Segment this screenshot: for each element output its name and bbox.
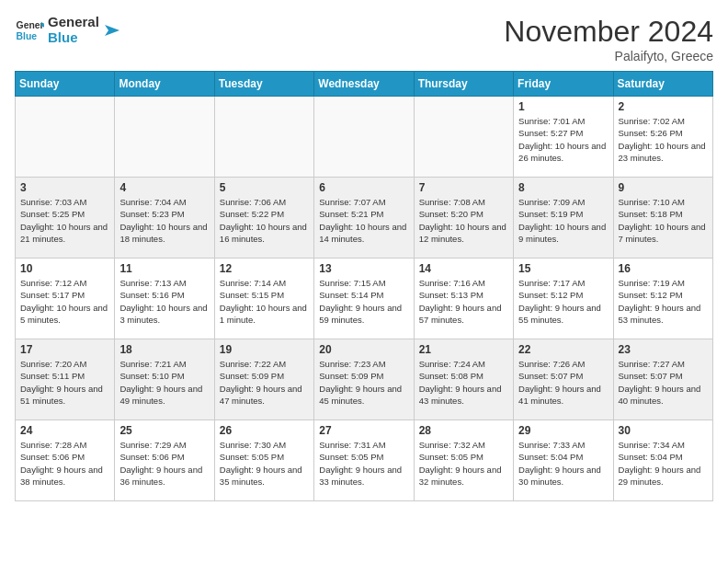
calendar-day-cell: 12Sunrise: 7:14 AM Sunset: 5:15 PM Dayli… — [214, 259, 313, 339]
day-number: 14 — [419, 262, 508, 275]
svg-marker-3 — [105, 25, 119, 36]
calendar-day-cell: 4Sunrise: 7:04 AM Sunset: 5:23 PM Daylig… — [115, 178, 214, 259]
calendar-day-cell: 21Sunrise: 7:24 AM Sunset: 5:08 PM Dayli… — [414, 339, 513, 420]
logo-arrow-icon — [103, 21, 121, 40]
title-block: November 2024 Palaifyto, Greece — [504, 15, 713, 63]
day-number: 27 — [319, 424, 408, 437]
day-number: 5 — [220, 181, 309, 194]
calendar-week-row: 1Sunrise: 7:01 AM Sunset: 5:27 PM Daylig… — [16, 97, 713, 178]
calendar-day-cell: 14Sunrise: 7:16 AM Sunset: 5:13 PM Dayli… — [414, 259, 513, 339]
calendar-day-cell: 20Sunrise: 7:23 AM Sunset: 5:09 PM Dayli… — [314, 339, 414, 420]
calendar-day-cell: 30Sunrise: 7:34 AM Sunset: 5:04 PM Dayli… — [613, 420, 712, 501]
day-info: Sunrise: 7:15 AM Sunset: 5:14 PM Dayligh… — [319, 277, 408, 326]
calendar-day-cell: 3Sunrise: 7:03 AM Sunset: 5:25 PM Daylig… — [16, 178, 115, 259]
calendar-day-cell: 5Sunrise: 7:06 AM Sunset: 5:22 PM Daylig… — [214, 178, 313, 259]
day-info: Sunrise: 7:27 AM Sunset: 5:07 PM Dayligh… — [619, 358, 708, 407]
calendar-day-cell: 17Sunrise: 7:20 AM Sunset: 5:11 PM Dayli… — [16, 339, 115, 420]
day-number: 6 — [319, 181, 408, 194]
day-number: 23 — [619, 343, 708, 356]
calendar-day-cell: 7Sunrise: 7:08 AM Sunset: 5:20 PM Daylig… — [414, 178, 513, 259]
day-number: 28 — [419, 424, 508, 437]
day-number: 10 — [20, 262, 109, 275]
day-number: 12 — [220, 262, 309, 275]
day-info: Sunrise: 7:17 AM Sunset: 5:12 PM Dayligh… — [518, 277, 608, 326]
day-info: Sunrise: 7:31 AM Sunset: 5:05 PM Dayligh… — [319, 439, 408, 488]
day-info: Sunrise: 7:07 AM Sunset: 5:21 PM Dayligh… — [319, 196, 408, 245]
logo-icon: General Blue — [15, 16, 44, 45]
day-info: Sunrise: 7:12 AM Sunset: 5:17 PM Dayligh… — [20, 277, 109, 326]
day-info: Sunrise: 7:22 AM Sunset: 5:09 PM Dayligh… — [220, 358, 309, 407]
calendar-day-cell — [16, 97, 115, 178]
calendar-day-cell: 10Sunrise: 7:12 AM Sunset: 5:17 PM Dayli… — [16, 259, 115, 339]
day-info: Sunrise: 7:24 AM Sunset: 5:08 PM Dayligh… — [419, 358, 508, 407]
calendar-day-cell: 6Sunrise: 7:07 AM Sunset: 5:21 PM Daylig… — [314, 178, 414, 259]
day-number: 7 — [419, 181, 508, 194]
day-info: Sunrise: 7:14 AM Sunset: 5:15 PM Dayligh… — [220, 277, 309, 326]
calendar-day-cell: 19Sunrise: 7:22 AM Sunset: 5:09 PM Dayli… — [214, 339, 313, 420]
day-info: Sunrise: 7:01 AM Sunset: 5:27 PM Dayligh… — [518, 115, 608, 164]
day-info: Sunrise: 7:26 AM Sunset: 5:07 PM Dayligh… — [518, 358, 608, 407]
day-number: 30 — [619, 424, 708, 437]
day-number: 26 — [220, 424, 309, 437]
day-number: 11 — [119, 262, 209, 275]
day-number: 18 — [119, 343, 209, 356]
calendar-day-cell: 1Sunrise: 7:01 AM Sunset: 5:27 PM Daylig… — [514, 97, 613, 178]
calendar-day-cell — [314, 97, 414, 178]
month-title: November 2024 — [504, 15, 713, 49]
weekday-header: Saturday — [613, 72, 712, 97]
day-number: 20 — [319, 343, 408, 356]
day-info: Sunrise: 7:28 AM Sunset: 5:06 PM Dayligh… — [20, 439, 109, 488]
calendar-day-cell: 16Sunrise: 7:19 AM Sunset: 5:12 PM Dayli… — [613, 259, 712, 339]
calendar-day-cell — [414, 97, 513, 178]
day-info: Sunrise: 7:09 AM Sunset: 5:19 PM Dayligh… — [518, 196, 608, 245]
day-number: 24 — [20, 424, 109, 437]
day-number: 3 — [20, 181, 109, 194]
weekday-header: Thursday — [414, 72, 513, 97]
svg-text:Blue: Blue — [17, 30, 38, 40]
day-info: Sunrise: 7:06 AM Sunset: 5:22 PM Dayligh… — [220, 196, 309, 245]
day-info: Sunrise: 7:02 AM Sunset: 5:26 PM Dayligh… — [619, 115, 708, 164]
calendar-day-cell: 24Sunrise: 7:28 AM Sunset: 5:06 PM Dayli… — [16, 420, 115, 501]
day-info: Sunrise: 7:08 AM Sunset: 5:20 PM Dayligh… — [419, 196, 508, 245]
day-number: 22 — [518, 343, 608, 356]
calendar-day-cell: 11Sunrise: 7:13 AM Sunset: 5:16 PM Dayli… — [115, 259, 214, 339]
day-info: Sunrise: 7:30 AM Sunset: 5:05 PM Dayligh… — [220, 439, 309, 488]
day-info: Sunrise: 7:16 AM Sunset: 5:13 PM Dayligh… — [419, 277, 508, 326]
day-number: 19 — [220, 343, 309, 356]
calendar-header-row: SundayMondayTuesdayWednesdayThursdayFrid… — [16, 72, 713, 97]
day-info: Sunrise: 7:23 AM Sunset: 5:09 PM Dayligh… — [319, 358, 408, 407]
calendar-day-cell: 28Sunrise: 7:32 AM Sunset: 5:05 PM Dayli… — [414, 420, 513, 501]
day-number: 15 — [518, 262, 608, 275]
weekday-header: Friday — [514, 72, 613, 97]
day-number: 29 — [518, 424, 608, 437]
day-info: Sunrise: 7:20 AM Sunset: 5:11 PM Dayligh… — [20, 358, 109, 407]
calendar-week-row: 24Sunrise: 7:28 AM Sunset: 5:06 PM Dayli… — [16, 420, 713, 501]
day-number: 1 — [518, 100, 608, 113]
day-info: Sunrise: 7:10 AM Sunset: 5:18 PM Dayligh… — [619, 196, 708, 245]
day-info: Sunrise: 7:32 AM Sunset: 5:05 PM Dayligh… — [419, 439, 508, 488]
day-info: Sunrise: 7:34 AM Sunset: 5:04 PM Dayligh… — [619, 439, 708, 488]
calendar-day-cell: 8Sunrise: 7:09 AM Sunset: 5:19 PM Daylig… — [514, 178, 613, 259]
day-info: Sunrise: 7:33 AM Sunset: 5:04 PM Dayligh… — [518, 439, 608, 488]
calendar-day-cell: 15Sunrise: 7:17 AM Sunset: 5:12 PM Dayli… — [514, 259, 613, 339]
weekday-header: Sunday — [16, 72, 115, 97]
calendar-day-cell: 13Sunrise: 7:15 AM Sunset: 5:14 PM Dayli… — [314, 259, 414, 339]
day-number: 25 — [119, 424, 209, 437]
calendar-day-cell: 9Sunrise: 7:10 AM Sunset: 5:18 PM Daylig… — [613, 178, 712, 259]
day-info: Sunrise: 7:19 AM Sunset: 5:12 PM Dayligh… — [619, 277, 708, 326]
day-info: Sunrise: 7:03 AM Sunset: 5:25 PM Dayligh… — [20, 196, 109, 245]
day-number: 17 — [20, 343, 109, 356]
day-info: Sunrise: 7:04 AM Sunset: 5:23 PM Dayligh… — [119, 196, 209, 245]
logo: General Blue General Blue — [15, 15, 121, 45]
day-info: Sunrise: 7:29 AM Sunset: 5:06 PM Dayligh… — [119, 439, 209, 488]
calendar-week-row: 17Sunrise: 7:20 AM Sunset: 5:11 PM Dayli… — [16, 339, 713, 420]
day-number: 21 — [419, 343, 508, 356]
calendar-table: SundayMondayTuesdayWednesdayThursdayFrid… — [15, 71, 713, 501]
calendar-day-cell — [214, 97, 313, 178]
day-number: 2 — [619, 100, 708, 113]
day-number: 4 — [119, 181, 209, 194]
location: Palaifyto, Greece — [504, 49, 713, 63]
calendar-day-cell: 2Sunrise: 7:02 AM Sunset: 5:26 PM Daylig… — [613, 97, 712, 178]
weekday-header: Wednesday — [314, 72, 414, 97]
day-info: Sunrise: 7:21 AM Sunset: 5:10 PM Dayligh… — [119, 358, 209, 407]
